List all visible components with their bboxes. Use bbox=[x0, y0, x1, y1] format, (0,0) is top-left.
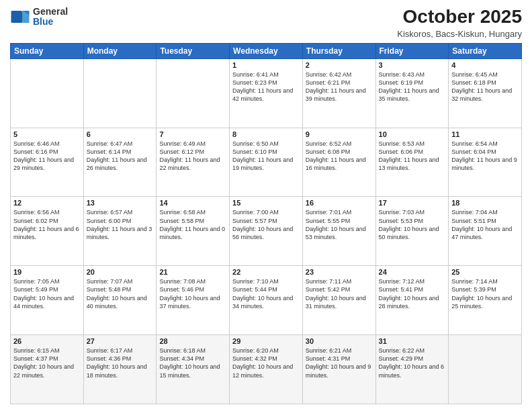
day-number: 25 bbox=[451, 268, 519, 276]
calendar-cell: 31Sunrise: 6:22 AM Sunset: 4:29 PM Dayli… bbox=[375, 335, 449, 404]
day-number: 13 bbox=[87, 199, 154, 207]
calendar-cell bbox=[83, 58, 157, 128]
logo-icon bbox=[10, 7, 30, 27]
day-number: 26 bbox=[13, 337, 81, 345]
day-info: Sunrise: 6:57 AM Sunset: 6:00 PM Dayligh… bbox=[87, 208, 154, 241]
calendar-cell: 6Sunrise: 6:47 AM Sunset: 6:14 PM Daylig… bbox=[83, 128, 157, 197]
day-info: Sunrise: 6:53 AM Sunset: 6:06 PM Dayligh… bbox=[379, 140, 446, 173]
week-row-1: 1Sunrise: 6:41 AM Sunset: 6:23 PM Daylig… bbox=[11, 58, 522, 128]
day-info: Sunrise: 6:54 AM Sunset: 6:04 PM Dayligh… bbox=[451, 140, 519, 173]
calendar-cell: 23Sunrise: 7:11 AM Sunset: 5:42 PM Dayli… bbox=[302, 266, 375, 335]
logo-blue-text: Blue bbox=[33, 17, 68, 27]
day-info: Sunrise: 6:17 AM Sunset: 4:36 PM Dayligh… bbox=[87, 347, 154, 379]
week-row-3: 12Sunrise: 6:56 AM Sunset: 6:02 PM Dayli… bbox=[11, 197, 522, 266]
calendar-cell bbox=[449, 335, 522, 404]
week-row-2: 5Sunrise: 6:46 AM Sunset: 6:16 PM Daylig… bbox=[11, 128, 522, 197]
day-info: Sunrise: 6:22 AM Sunset: 4:29 PM Dayligh… bbox=[379, 347, 446, 379]
day-info: Sunrise: 6:45 AM Sunset: 6:18 PM Dayligh… bbox=[451, 71, 519, 103]
day-header-sunday: Sunday bbox=[11, 43, 84, 58]
day-number: 5 bbox=[13, 130, 81, 138]
day-info: Sunrise: 7:12 AM Sunset: 5:41 PM Dayligh… bbox=[379, 277, 446, 310]
calendar-cell: 16Sunrise: 7:01 AM Sunset: 5:55 PM Dayli… bbox=[302, 197, 375, 266]
day-info: Sunrise: 7:05 AM Sunset: 5:49 PM Dayligh… bbox=[13, 277, 81, 310]
day-number: 6 bbox=[87, 130, 154, 138]
day-number: 27 bbox=[87, 337, 154, 345]
calendar-cell: 12Sunrise: 6:56 AM Sunset: 6:02 PM Dayli… bbox=[11, 197, 84, 266]
calendar-cell: 13Sunrise: 6:57 AM Sunset: 6:00 PM Dayli… bbox=[83, 197, 157, 266]
calendar-cell: 30Sunrise: 6:21 AM Sunset: 4:31 PM Dayli… bbox=[302, 335, 375, 404]
day-info: Sunrise: 7:03 AM Sunset: 5:53 PM Dayligh… bbox=[379, 208, 446, 241]
day-number: 20 bbox=[87, 268, 154, 276]
day-info: Sunrise: 6:15 AM Sunset: 4:37 PM Dayligh… bbox=[13, 347, 81, 379]
week-row-5: 26Sunrise: 6:15 AM Sunset: 4:37 PM Dayli… bbox=[11, 335, 522, 404]
calendar-cell: 14Sunrise: 6:58 AM Sunset: 5:58 PM Dayli… bbox=[157, 197, 230, 266]
calendar-cell: 25Sunrise: 7:14 AM Sunset: 5:39 PM Dayli… bbox=[449, 266, 522, 335]
logo-general-text: General bbox=[33, 7, 68, 17]
day-info: Sunrise: 7:14 AM Sunset: 5:39 PM Dayligh… bbox=[451, 277, 519, 310]
day-info: Sunrise: 7:08 AM Sunset: 5:46 PM Dayligh… bbox=[159, 277, 226, 310]
day-header-saturday: Saturday bbox=[449, 43, 522, 58]
day-info: Sunrise: 6:18 AM Sunset: 4:34 PM Dayligh… bbox=[159, 347, 226, 379]
day-number: 10 bbox=[379, 130, 446, 138]
day-info: Sunrise: 7:00 AM Sunset: 5:57 PM Dayligh… bbox=[232, 208, 300, 241]
day-number: 9 bbox=[306, 130, 373, 138]
day-info: Sunrise: 6:42 AM Sunset: 6:21 PM Dayligh… bbox=[306, 71, 373, 103]
day-number: 17 bbox=[379, 199, 446, 207]
day-info: Sunrise: 7:01 AM Sunset: 5:55 PM Dayligh… bbox=[306, 208, 373, 241]
day-number: 30 bbox=[306, 337, 373, 345]
day-info: Sunrise: 6:49 AM Sunset: 6:12 PM Dayligh… bbox=[159, 140, 226, 173]
calendar-cell: 8Sunrise: 6:50 AM Sunset: 6:10 PM Daylig… bbox=[230, 128, 303, 197]
day-number: 28 bbox=[159, 337, 226, 345]
day-number: 15 bbox=[232, 199, 300, 207]
calendar-cell: 10Sunrise: 6:53 AM Sunset: 6:06 PM Dayli… bbox=[375, 128, 449, 197]
calendar-cell: 28Sunrise: 6:18 AM Sunset: 4:34 PM Dayli… bbox=[157, 335, 230, 404]
day-header-thursday: Thursday bbox=[302, 43, 375, 58]
day-info: Sunrise: 6:47 AM Sunset: 6:14 PM Dayligh… bbox=[87, 140, 154, 173]
calendar-header-row: SundayMondayTuesdayWednesdayThursdayFrid… bbox=[11, 43, 522, 58]
day-number: 19 bbox=[13, 268, 81, 276]
header: General Blue October 2025 Kiskoros, Bacs… bbox=[10, 7, 522, 39]
day-number: 11 bbox=[451, 130, 519, 138]
day-number: 3 bbox=[379, 61, 446, 69]
svg-rect-0 bbox=[11, 11, 23, 23]
day-number: 4 bbox=[451, 61, 519, 69]
day-number: 12 bbox=[13, 199, 81, 207]
day-number: 7 bbox=[159, 130, 226, 138]
logo-text: General Blue bbox=[33, 7, 68, 28]
calendar-table: SundayMondayTuesdayWednesdayThursdayFrid… bbox=[10, 43, 522, 404]
calendar-cell: 19Sunrise: 7:05 AM Sunset: 5:49 PM Dayli… bbox=[11, 266, 84, 335]
day-number: 16 bbox=[306, 199, 373, 207]
day-info: Sunrise: 6:21 AM Sunset: 4:31 PM Dayligh… bbox=[306, 347, 373, 379]
logo: General Blue bbox=[10, 7, 68, 28]
calendar-cell: 26Sunrise: 6:15 AM Sunset: 4:37 PM Dayli… bbox=[11, 335, 84, 404]
day-info: Sunrise: 6:41 AM Sunset: 6:23 PM Dayligh… bbox=[232, 71, 300, 103]
week-row-4: 19Sunrise: 7:05 AM Sunset: 5:49 PM Dayli… bbox=[11, 266, 522, 335]
calendar-cell: 29Sunrise: 6:20 AM Sunset: 4:32 PM Dayli… bbox=[230, 335, 303, 404]
calendar-cell: 27Sunrise: 6:17 AM Sunset: 4:36 PM Dayli… bbox=[83, 335, 157, 404]
calendar-cell bbox=[11, 58, 84, 128]
calendar-cell: 21Sunrise: 7:08 AM Sunset: 5:46 PM Dayli… bbox=[157, 266, 230, 335]
calendar-cell: 24Sunrise: 7:12 AM Sunset: 5:41 PM Dayli… bbox=[375, 266, 449, 335]
day-number: 23 bbox=[306, 268, 373, 276]
day-info: Sunrise: 6:56 AM Sunset: 6:02 PM Dayligh… bbox=[13, 208, 81, 241]
day-info: Sunrise: 6:43 AM Sunset: 6:19 PM Dayligh… bbox=[379, 71, 446, 103]
day-number: 2 bbox=[306, 61, 373, 69]
day-number: 31 bbox=[379, 337, 446, 345]
day-header-wednesday: Wednesday bbox=[230, 43, 303, 58]
day-info: Sunrise: 7:07 AM Sunset: 5:48 PM Dayligh… bbox=[87, 277, 154, 310]
day-number: 1 bbox=[232, 61, 300, 69]
day-info: Sunrise: 6:50 AM Sunset: 6:10 PM Dayligh… bbox=[232, 140, 300, 173]
calendar-cell: 22Sunrise: 7:10 AM Sunset: 5:44 PM Dayli… bbox=[230, 266, 303, 335]
day-header-tuesday: Tuesday bbox=[157, 43, 230, 58]
day-info: Sunrise: 7:10 AM Sunset: 5:44 PM Dayligh… bbox=[232, 277, 300, 310]
day-info: Sunrise: 6:46 AM Sunset: 6:16 PM Dayligh… bbox=[13, 140, 81, 173]
calendar-cell: 18Sunrise: 7:04 AM Sunset: 5:51 PM Dayli… bbox=[449, 197, 522, 266]
calendar-cell: 2Sunrise: 6:42 AM Sunset: 6:21 PM Daylig… bbox=[302, 58, 375, 128]
month-title: October 2025 bbox=[397, 7, 522, 28]
calendar-cell: 4Sunrise: 6:45 AM Sunset: 6:18 PM Daylig… bbox=[449, 58, 522, 128]
day-number: 29 bbox=[232, 337, 300, 345]
day-number: 18 bbox=[451, 199, 519, 207]
title-block: October 2025 Kiskoros, Bacs-Kiskun, Hung… bbox=[397, 7, 522, 39]
calendar-cell: 9Sunrise: 6:52 AM Sunset: 6:08 PM Daylig… bbox=[302, 128, 375, 197]
page: General Blue October 2025 Kiskoros, Bacs… bbox=[0, 0, 532, 411]
